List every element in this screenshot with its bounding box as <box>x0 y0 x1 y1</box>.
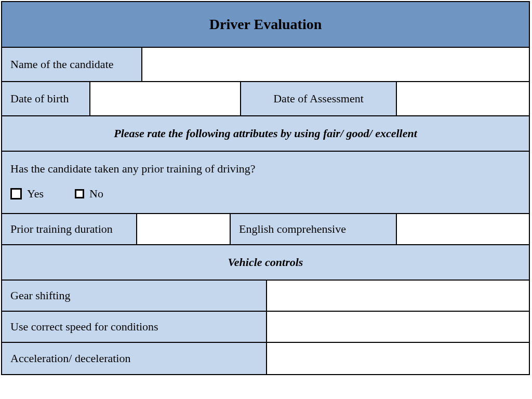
english-label: English comprehensive <box>231 214 397 244</box>
no-label: No <box>89 187 103 201</box>
speed-label: Use correct speed for conditions <box>2 312 267 342</box>
driver-evaluation-form: Driver Evaluation Name of the candidate … <box>1 1 530 375</box>
english-input[interactable] <box>397 214 529 244</box>
checkbox-no[interactable] <box>75 189 84 198</box>
training-duration-input[interactable] <box>137 214 231 244</box>
gear-shifting-label: Gear shifting <box>2 281 267 311</box>
accel-label: Acceleration/ deceleration <box>2 343 267 374</box>
dob-label: Date of birth <box>2 82 90 115</box>
prior-training-question: Has the candidate taken any prior traini… <box>2 152 529 213</box>
question-text: Has the candidate taken any prior traini… <box>10 162 256 176</box>
form-title: Driver Evaluation <box>2 2 529 47</box>
vehicle-controls-header: Vehicle controls <box>2 245 529 280</box>
dob-input[interactable] <box>90 82 241 115</box>
training-duration-label: Prior training duration <box>2 214 137 244</box>
instructions-header: Please rate the following attributes by … <box>2 116 529 151</box>
name-input[interactable] <box>142 48 529 81</box>
yes-label: Yes <box>27 187 44 201</box>
accel-input[interactable] <box>267 343 529 374</box>
assessment-label: Date of Assessment <box>241 82 397 115</box>
assessment-input[interactable] <box>397 82 529 115</box>
speed-input[interactable] <box>267 312 529 342</box>
name-label: Name of the candidate <box>2 48 142 81</box>
checkbox-yes[interactable] <box>10 188 22 200</box>
gear-shifting-input[interactable] <box>267 281 529 311</box>
